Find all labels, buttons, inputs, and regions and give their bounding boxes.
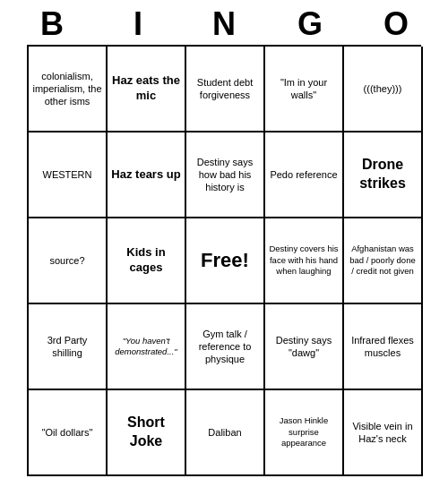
cell-15: 3rd Party shilling (29, 304, 108, 390)
cell-4: (((they))) (344, 47, 423, 132)
bingo-grid: colonialism, imperialism, the other isms… (27, 45, 421, 476)
letter-o: O (357, 5, 435, 43)
cell-9: Drone strikes (344, 132, 423, 218)
cell-2: Student debt forgiveness (186, 47, 265, 132)
cell-1: Haz eats the mic (108, 47, 186, 132)
cell-24: Visible vein in Haz's neck (344, 390, 423, 476)
bingo-header: B I N G O (9, 0, 439, 45)
cell-18: Destiny says "dawg" (265, 304, 344, 390)
cell-14: Afghanistan was bad / poorly done / cred… (344, 218, 423, 304)
cell-21: Short Joke (108, 390, 186, 476)
cell-12: Free! (186, 218, 265, 304)
cell-0: colonialism, imperialism, the other isms (29, 47, 108, 132)
cell-20: "Oil dollars" (29, 390, 108, 476)
cell-10: source? (29, 218, 108, 304)
letter-i: I (99, 5, 177, 43)
cell-8: Pedo reference (265, 132, 344, 218)
letter-g: G (271, 5, 349, 43)
cell-19: Infrared flexes muscles (344, 304, 423, 390)
cell-11: Kids in cages (108, 218, 186, 304)
cell-3: "Im in your walls" (265, 47, 344, 132)
cell-16: "You haven't demonstrated..." (108, 304, 186, 390)
cell-22: Daliban (186, 390, 265, 476)
letter-b: B (13, 5, 91, 43)
cell-23: Jason Hinkle surprise appearance (265, 390, 344, 476)
cell-13: Destiny covers his face with his hand wh… (265, 218, 344, 304)
cell-6: Haz tears up (108, 132, 186, 218)
cell-17: Gym talk / reference to physique (186, 304, 265, 390)
letter-n: N (185, 5, 263, 43)
cell-7: Destiny says how bad his history is (186, 132, 265, 218)
cell-5: WESTERN (29, 132, 108, 218)
